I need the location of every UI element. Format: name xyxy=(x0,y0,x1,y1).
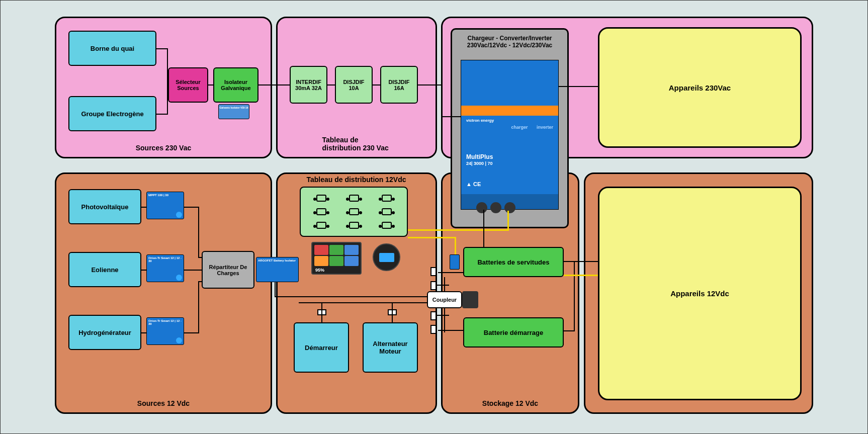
zone-appareils-230vac: Appareils 230Vac xyxy=(598,27,802,148)
gauge-bmv xyxy=(373,243,400,271)
label-repartiteur: Répartiteur De Charges xyxy=(205,264,251,276)
multiplus-inverter-label: inverter xyxy=(537,125,553,130)
disp-tile-5 xyxy=(329,256,343,266)
wire xyxy=(275,296,300,297)
device-orion-2: Orion-Tr Smart 12 | 12 - 30 xyxy=(146,317,184,345)
box-isolateur-galvanique: Isolateur Galvanique xyxy=(213,67,258,103)
disp-tile-4 xyxy=(314,256,328,266)
disp-tile-6 xyxy=(344,256,359,266)
zone-appareils-12vdc: Appareils 12Vdc xyxy=(598,187,802,400)
display-pct: 95% xyxy=(315,268,324,273)
label-interdif: INTERDIF 30mA 32A xyxy=(293,79,324,91)
wire-data xyxy=(564,275,598,276)
box-alternateur: Alternateur Moteur xyxy=(363,322,418,373)
bluetooth-icon xyxy=(176,212,182,218)
box-selecteur-sources: Sélecteur Sources xyxy=(168,67,208,103)
wire xyxy=(198,257,202,258)
device-orion-1: Orion-Tr Smart 12 | 12 - 30 xyxy=(146,254,184,282)
label-isolateur: Isolateur Galvanique xyxy=(216,79,255,91)
wire-data xyxy=(507,211,509,231)
wire xyxy=(564,261,598,262)
disp-tile-3 xyxy=(344,245,359,255)
zone-label-stockage-12: Stockage 12 Vdc xyxy=(477,397,543,409)
bluetooth-icon xyxy=(176,337,182,343)
label-alternateur: Alternateur Moteur xyxy=(366,340,415,355)
wire xyxy=(184,332,199,333)
fuse-icon xyxy=(430,267,437,276)
wire xyxy=(327,84,335,85)
device-mppt: MPPT 100 | 30 xyxy=(146,192,184,219)
wire-data xyxy=(408,229,508,231)
label-hydrogenerateur: Hydrogénérateur xyxy=(78,329,131,336)
wire xyxy=(392,302,393,322)
wire xyxy=(258,84,290,85)
multiplus-ce-icon: ▲ CE xyxy=(466,181,481,187)
wire xyxy=(444,277,445,291)
wire-data xyxy=(455,237,456,254)
wire xyxy=(299,302,427,303)
switch-2 xyxy=(339,194,368,203)
charger-title: Chargeur - Converter/Inverter 230Vac/12V… xyxy=(452,35,567,49)
label-selecteur: Sélecteur Sources xyxy=(171,79,205,91)
device-argofet: ARGOFET Battery Isolator xyxy=(256,257,299,282)
wire xyxy=(438,272,463,273)
label-groupe-electro: Groupe Electrogène xyxy=(81,110,143,118)
box-eolienne: Eolienne xyxy=(68,252,141,287)
label-disjdif-10: DISJDIF 10A xyxy=(338,79,370,91)
box-disjdif-16a: DISJDIF 16A xyxy=(380,66,418,104)
connector-2 xyxy=(490,202,501,213)
display-panel: 95% xyxy=(311,242,362,275)
label-demarreur: Démarreur xyxy=(305,344,338,352)
device-cyrix xyxy=(462,291,478,308)
fuse-icon xyxy=(430,281,437,290)
device-galvanic-isolator: Galvanic Isolator VDI-16 xyxy=(218,104,249,119)
wire xyxy=(198,281,202,282)
multiplus-charger-label: charger xyxy=(511,125,528,130)
box-batterie-demarrage: Batterie démarrage xyxy=(463,317,564,348)
wire xyxy=(275,282,276,297)
label-appareils-230: Appareils 230Vac xyxy=(669,83,731,92)
connector-1 xyxy=(476,202,487,213)
connector-3 xyxy=(504,202,515,213)
charger-title-line1: Chargeur - Converter/Inverter xyxy=(467,35,552,42)
wire xyxy=(373,84,380,85)
box-repartiteur: Répartiteur De Charges xyxy=(202,251,254,289)
zone-label-sources-12: Sources 12 Vdc xyxy=(132,397,195,409)
wire xyxy=(559,86,598,87)
wire xyxy=(208,84,213,85)
label-appareils-12: Appareils 12Vdc xyxy=(670,289,729,298)
wire xyxy=(167,84,168,115)
wire-data xyxy=(408,237,456,238)
wire xyxy=(441,116,461,117)
wire xyxy=(299,296,427,297)
wire xyxy=(198,207,199,257)
wire xyxy=(437,315,449,316)
label-batterie-demarrage: Batterie démarrage xyxy=(484,329,544,336)
box-borne-quai: Borne du quai xyxy=(68,31,156,66)
fuse-icon xyxy=(430,311,437,320)
wire xyxy=(156,48,168,49)
wire xyxy=(141,270,146,271)
switch-7 xyxy=(307,220,335,230)
diagram-canvas: Sources 230 Vac Tableau de distribution … xyxy=(0,0,868,434)
disp-tile-2 xyxy=(329,245,343,255)
box-photovoltaique: Photovoltaïque xyxy=(68,189,141,224)
wire xyxy=(441,84,442,117)
wire xyxy=(156,114,168,115)
gauge-reading xyxy=(379,253,394,262)
box-disjdif-10a: DISJDIF 10A xyxy=(335,66,373,104)
wire xyxy=(167,48,168,84)
wire xyxy=(483,210,484,247)
zone-label-tableau-230: Tableau de distribution 230 Vac xyxy=(317,134,396,154)
device-multiplus: victron energy charger inverter MultiPlu… xyxy=(461,60,559,210)
multiplus-model: MultiPlus xyxy=(466,153,493,160)
label-tableau-12vdc: Tableau de distribution 12Vdc xyxy=(282,176,430,184)
disp-tile-1 xyxy=(314,245,328,255)
switch-8 xyxy=(339,220,368,230)
box-demarreur: Démarreur xyxy=(294,322,349,373)
switch-5 xyxy=(339,207,368,217)
box-groupe-electrogene: Groupe Electrogène xyxy=(68,96,156,131)
multiplus-brand: victron energy xyxy=(466,118,494,123)
wire xyxy=(184,207,199,208)
wire xyxy=(438,330,463,331)
